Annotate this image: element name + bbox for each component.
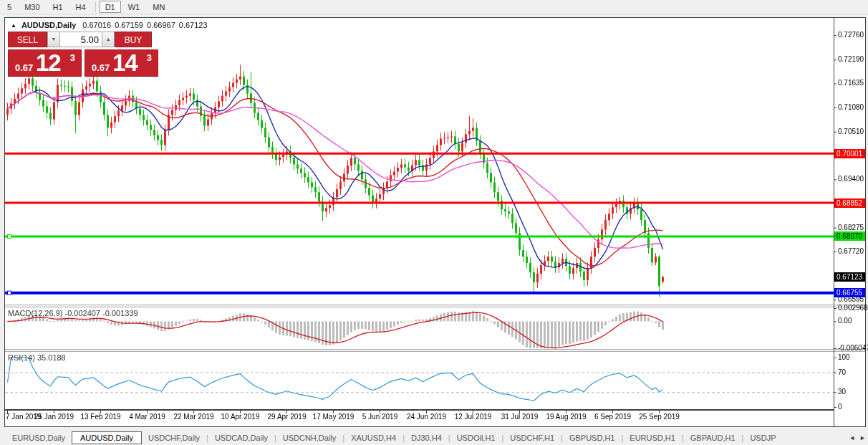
date-axis-label: 5 Jun 2019 bbox=[362, 413, 398, 421]
date-axis-label: 19 Aug 2019 bbox=[546, 413, 586, 421]
price-axis-tick: 0.71080 bbox=[838, 103, 864, 112]
timeframe-button-m30[interactable]: M30 bbox=[19, 1, 45, 13]
one-click-trading-panel: SELL ▼ ▲ BUY 0.67 12 3 0.67 14 3 bbox=[8, 32, 160, 77]
level-price-tag: 0.68852 bbox=[834, 198, 865, 208]
tab-scroll-left-button[interactable]: ◄ bbox=[849, 434, 855, 441]
date-axis-label: 22 Mar 2019 bbox=[173, 413, 213, 421]
ohlc-low: 0.66967 bbox=[147, 21, 175, 29]
chart-window: ▲ AUDUSD,Daily 0.67016 0.67159 0.66967 0… bbox=[4, 17, 866, 427]
date-axis-label: 4 Mar 2019 bbox=[129, 413, 165, 421]
rsi-axis-tick: 70 bbox=[838, 368, 846, 377]
date-axis-label: 29 Apr 2019 bbox=[268, 413, 307, 421]
symbol-tab-bar: EURUSD,DailyAUDUSD,DailyUSDCHF,Daily|USD… bbox=[0, 430, 868, 445]
date-axis-label: 25 Sep 2019 bbox=[639, 413, 680, 421]
symbol-tab-gbpusd-h1[interactable]: GBPUSD,H1 bbox=[563, 432, 622, 444]
price-axis-tick: 0.70510 bbox=[838, 128, 864, 136]
symbol-tab-audusd-daily[interactable]: AUDUSD,Daily bbox=[72, 431, 142, 444]
macd-value: -0.002407 bbox=[64, 309, 100, 317]
sell-price-prefix: 0.67 bbox=[15, 62, 33, 73]
price-axis-tick: 0.68275 bbox=[838, 224, 864, 232]
volume-input[interactable] bbox=[60, 32, 102, 47]
date-axis-label: 10 Apr 2019 bbox=[221, 413, 260, 421]
price-axis-tick: 0.72190 bbox=[838, 55, 864, 64]
volume-increase-button[interactable]: ▲ bbox=[102, 32, 115, 47]
symbol-tab-xauusd-h4[interactable]: XAUUSD,H4 bbox=[344, 432, 402, 444]
ohlc-open: 0.67016 bbox=[82, 21, 111, 29]
rsi-value: 35.0188 bbox=[37, 353, 66, 362]
volume-decrease-button[interactable]: ▼ bbox=[47, 32, 60, 47]
date-axis-label: 17 May 2019 bbox=[313, 413, 355, 421]
timeframe-button-d1[interactable]: D1 bbox=[100, 1, 121, 13]
timeframe-button-h1[interactable]: H1 bbox=[47, 1, 69, 13]
date-axis-label: 24 Jun 2019 bbox=[407, 413, 446, 421]
buy-price-big: 14 bbox=[112, 49, 138, 77]
date-axis-label: 25 Jan 2019 bbox=[34, 413, 74, 421]
macd-axis-tick: 0.002968 bbox=[838, 304, 868, 312]
rsi-axis-tick: 30 bbox=[838, 388, 846, 396]
date-axis-label: 6 Sep 2019 bbox=[594, 413, 631, 421]
date-axis-label: 13 Feb 2019 bbox=[80, 413, 120, 421]
timeframe-button-mn[interactable]: MN bbox=[147, 1, 170, 13]
price-axis-tick: 0.67720 bbox=[838, 247, 864, 256]
sell-price-big: 12 bbox=[36, 49, 61, 77]
date-axis-label: 31 Jul 2019 bbox=[501, 413, 539, 421]
date-axis-label: 12 Jul 2019 bbox=[455, 413, 492, 421]
level-price-tag: 0.70001 bbox=[834, 149, 865, 158]
tab-scroll-right-button[interactable]: ► bbox=[859, 434, 866, 441]
rsi-indicator-label: RSI(14) 35.0188 bbox=[8, 353, 66, 362]
chart-symbol-label: AUDUSD,Daily bbox=[21, 21, 76, 29]
symbol-tab-eurusd-daily[interactable]: EURUSD,Daily bbox=[6, 432, 72, 444]
rsi-axis-tick: 100 bbox=[838, 353, 850, 362]
ohlc-high: 0.67159 bbox=[115, 21, 143, 29]
chart-header: ▲ AUDUSD,Daily 0.67016 0.67159 0.66967 0… bbox=[11, 21, 208, 29]
buy-price-box[interactable]: 0.67 14 3 bbox=[85, 49, 158, 77]
sell-price-sup: 3 bbox=[70, 52, 75, 63]
macd-signal-value: -0.001339 bbox=[102, 309, 138, 317]
price-axis-tick: 0.69400 bbox=[838, 175, 864, 183]
macd-axis-tick: -0.006047 bbox=[838, 344, 868, 353]
timeframe-button-w1[interactable]: W1 bbox=[122, 1, 146, 13]
level-price-tag: 0.66755 bbox=[834, 288, 865, 297]
symbol-tab-usdjp[interactable]: USDJP bbox=[743, 432, 782, 444]
price-chart-canvas[interactable] bbox=[5, 18, 865, 426]
timeframe-button-5[interactable]: 5 bbox=[1, 1, 17, 13]
timeframe-button-h4[interactable]: H4 bbox=[70, 1, 92, 13]
symbol-tab-usdcad-daily[interactable]: USDCAD,Daily bbox=[208, 432, 274, 444]
symbol-tab-usdcnh-daily[interactable]: USDCNH,Daily bbox=[276, 432, 343, 444]
sell-price-box[interactable]: 0.67 12 3 bbox=[8, 49, 82, 77]
buy-price-sup: 3 bbox=[147, 52, 152, 63]
price-axis-tick: 0.71635 bbox=[838, 79, 864, 87]
macd-indicator-label: MACD(12,26,9) -0.002407 -0.001339 bbox=[8, 309, 138, 317]
symbol-tab-usdchf-h1[interactable]: USDCHF,H1 bbox=[503, 432, 561, 444]
rsi-axis-tick: 0 bbox=[838, 403, 842, 411]
buy-button[interactable]: BUY bbox=[115, 32, 152, 47]
price-axis-tick: 0.72760 bbox=[838, 31, 864, 39]
level-price-tag: 0.68070 bbox=[834, 231, 865, 241]
symbol-tab-eurusd-h1[interactable]: EURUSD,H1 bbox=[623, 432, 682, 444]
symbol-tab-usdoil-h1[interactable]: USDOil,H1 bbox=[450, 432, 502, 444]
sell-button[interactable]: SELL bbox=[8, 32, 47, 47]
buy-price-prefix: 0.67 bbox=[92, 62, 110, 73]
symbol-tab-dj30-h4[interactable]: DJ30,H4 bbox=[405, 432, 448, 444]
timeframe-toolbar: 5M30H1H4D1W1MN bbox=[0, 0, 868, 14]
symbol-arrow-icon: ▲ bbox=[11, 22, 16, 29]
current-price-tag: 0.67123 bbox=[834, 272, 865, 282]
macd-axis-tick: 0.00 bbox=[838, 317, 852, 325]
symbol-tab-gbpaud-h1[interactable]: GBPAUD,H1 bbox=[684, 432, 742, 444]
toolbar-separator bbox=[95, 2, 96, 12]
ohlc-close: 0.67123 bbox=[179, 21, 208, 29]
symbol-tab-usdchf-daily[interactable]: USDCHF,Daily bbox=[142, 432, 206, 444]
